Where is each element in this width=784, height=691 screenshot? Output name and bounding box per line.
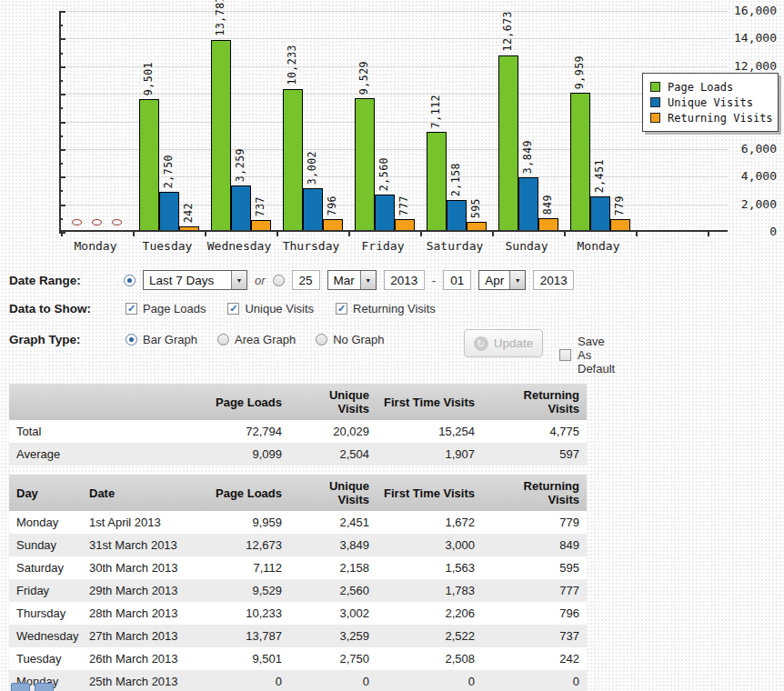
table-cell: 0	[202, 670, 289, 691]
table-cell: 1,563	[377, 556, 482, 579]
graph-type-options: Bar GraphArea GraphNo Graph	[126, 333, 385, 346]
bar-value-label: 779	[613, 195, 626, 215]
y-tick	[59, 94, 65, 95]
bar-value-label: 796	[326, 195, 338, 215]
radio-bar-graph[interactable]	[126, 334, 137, 346]
bar-unique-visits-monday	[590, 196, 610, 230]
save-as-default-checkbox[interactable]	[559, 349, 571, 361]
bar-value-label: 242	[182, 203, 195, 223]
bar-page-loads-thursday	[283, 89, 303, 230]
table-row: Saturday30th March 20137,1122,1581,56359…	[9, 556, 587, 579]
from-year-input[interactable]	[384, 270, 425, 290]
table-row: Thursday28th March 201310,2333,0022,2067…	[9, 602, 587, 625]
to-month-select[interactable]: Apr ▼	[478, 270, 526, 290]
bar-returning-visits-wednesday	[251, 220, 271, 230]
gridline	[61, 122, 728, 123]
table-cell: 31st March 2013	[82, 534, 202, 556]
table-cell: 2,508	[377, 647, 482, 670]
option-page-loads: ✓Page Loads	[126, 302, 206, 315]
from-month-select[interactable]: Mar ▼	[327, 270, 377, 290]
x-axis-label: Sunday	[491, 239, 563, 253]
x-tick	[348, 232, 350, 236]
checkbox-returning-visits[interactable]: ✓	[336, 303, 347, 315]
legend-item-unique-visits: Unique Visits	[650, 95, 770, 110]
gridline	[61, 66, 728, 67]
to-month-value: Apr	[479, 274, 509, 287]
radio-no-graph[interactable]	[316, 334, 327, 346]
bar-unique-visits-saturday	[447, 200, 467, 230]
bar-value-label: 10,233	[286, 45, 298, 85]
y-minor-tick	[59, 107, 63, 109]
x-axis-label: Monday	[563, 239, 635, 253]
date-range-preset-select[interactable]: Last 7 Days ▼	[143, 270, 247, 290]
option-unique-visits: ✓Unique Visits	[227, 302, 314, 315]
bar-value-label: 2,750	[162, 155, 175, 188]
table-cell: Thursday	[9, 602, 82, 625]
to-day-input[interactable]	[443, 270, 471, 290]
column-header: First Time Visits	[377, 475, 482, 511]
bar-value-label: 9,501	[142, 62, 155, 95]
zero-value-marker	[112, 219, 122, 225]
table-cell: 737	[482, 625, 587, 647]
bar-returning-visits-monday	[610, 219, 630, 230]
gridline	[61, 176, 728, 177]
legend-label: Unique Visits	[668, 96, 753, 109]
export-icon[interactable]	[35, 683, 54, 691]
bar-value-label: 849	[541, 195, 554, 215]
save-as-default: Save As Default	[559, 335, 615, 376]
to-year-input[interactable]	[533, 270, 574, 290]
bar-unique-visits-sunday	[518, 177, 538, 230]
bar-value-label: 595	[469, 198, 482, 218]
date-range-custom-radio[interactable]	[273, 275, 285, 286]
bar-value-label: 2,158	[449, 163, 462, 196]
data-to-show-label: Data to Show:	[9, 302, 116, 315]
gridline	[61, 94, 728, 95]
zero-value-marker	[92, 219, 102, 225]
checkbox-unique-visits[interactable]: ✓	[227, 303, 239, 315]
y-tick	[59, 11, 65, 13]
export-icon[interactable]	[11, 683, 30, 691]
gridline	[61, 11, 728, 12]
zero-value-marker	[72, 219, 82, 225]
x-axis-label: Wednesday	[204, 239, 276, 253]
bar-returning-visits-saturday	[467, 222, 487, 230]
from-month-value: Mar	[328, 274, 360, 287]
table-cell: 2,522	[377, 625, 482, 647]
legend-swatch	[650, 82, 660, 92]
update-button[interactable]: ↻ Update	[464, 329, 543, 357]
table-cell: 25th March 2013	[82, 670, 202, 691]
y-tick	[59, 38, 65, 40]
table-cell: 2,158	[289, 556, 377, 579]
table-cell: 27th March 2013	[82, 625, 202, 647]
radio-label: Bar Graph	[143, 333, 197, 346]
table-cell: 796	[482, 602, 587, 625]
y-minor-tick	[59, 218, 63, 220]
radio-area-graph[interactable]	[217, 334, 229, 346]
checkbox-label: Page Loads	[143, 302, 206, 315]
date-separator: -	[432, 274, 436, 287]
column-header: Page Loads	[202, 475, 289, 511]
bar-unique-visits-tuesday	[159, 192, 179, 230]
from-day-input[interactable]	[292, 270, 320, 290]
table-row: Tuesday26th March 20139,5012,7502,508242	[9, 647, 587, 670]
y-axis-label: 6,000	[727, 142, 777, 155]
table-cell: 595	[482, 556, 587, 579]
table-row: Average9,0992,5041,907597	[9, 443, 587, 466]
table-cell: Average	[9, 443, 202, 466]
bar-value-label: 7,112	[429, 95, 442, 128]
y-tick	[59, 149, 65, 151]
gridline	[61, 38, 728, 39]
table-cell: Saturday	[9, 556, 82, 579]
y-axis-label: 14,000	[727, 31, 777, 45]
y-axis-label: 0	[727, 225, 777, 238]
summary-table: Page LoadsUnique VisitsFirst Time Visits…	[9, 384, 587, 466]
table-cell: 2,750	[289, 647, 377, 670]
date-range-preset-radio[interactable]	[124, 275, 136, 286]
table-cell: 72,794	[202, 420, 289, 443]
x-tick	[420, 232, 422, 236]
y-minor-tick	[59, 80, 63, 82]
data-to-show-options: ✓Page Loads✓Unique Visits✓Returning Visi…	[126, 302, 436, 315]
checkbox-page-loads[interactable]: ✓	[126, 303, 137, 315]
column-header: Page Loads	[202, 384, 289, 420]
table-cell: 30th March 2013	[82, 556, 202, 579]
